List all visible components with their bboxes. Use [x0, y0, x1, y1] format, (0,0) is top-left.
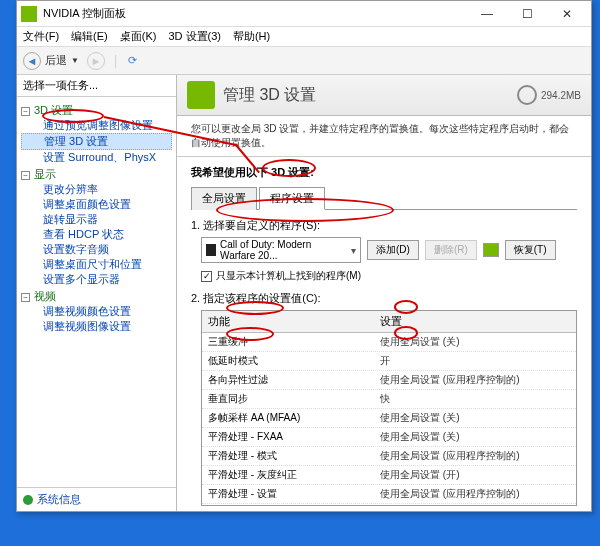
page-description: 您可以更改全局 3D 设置，并建立特定程序的置换值。每次这些特定程序启动时，都会… — [177, 116, 591, 157]
maximize-button[interactable]: ☐ — [507, 2, 547, 26]
program-select[interactable]: Call of Duty: Modern Warfare 20... ▾ — [201, 237, 361, 263]
back-button[interactable]: ◄ 后退 ▼ — [23, 52, 79, 70]
forward-button: ► — [87, 52, 105, 70]
setting-cell: 使用全局设置 (应用程序控制的) — [374, 447, 576, 465]
tree-item-audio[interactable]: 设置数字音频 — [21, 242, 172, 257]
table-row[interactable]: 多帧采样 AA (MFAA)使用全局设置 (关) — [202, 409, 576, 428]
col-feature: 功能 — [202, 311, 374, 332]
feature-cell: 垂直同步 — [202, 390, 374, 408]
table-row[interactable]: 平滑处理 - 灰度纠正使用全局设置 (开) — [202, 466, 576, 485]
menu-edit[interactable]: 编辑(E) — [71, 29, 108, 44]
feature-cell: 平滑处理 - 灰度纠正 — [202, 466, 374, 484]
refresh-icon[interactable]: ⟳ — [128, 54, 137, 67]
add-button[interactable]: 添加(D) — [367, 240, 419, 260]
tree-item-image-preview[interactable]: 通过预览调整图像设置 — [21, 118, 172, 133]
table-row[interactable]: 垂直同步快 — [202, 390, 576, 409]
tree-item-resolution[interactable]: 更改分辨率 — [21, 182, 172, 197]
setting-cell: 快 — [374, 390, 576, 408]
feature-cell: 平滑处理 - 透明度 — [202, 504, 374, 506]
titlebar[interactable]: NVIDIA 控制面板 — ☐ ✕ — [17, 1, 591, 27]
status-dot-icon — [23, 495, 33, 505]
setting-cell: 使用全局设置 (应用程序控制的) — [374, 371, 576, 389]
setting-cell: 使用全局设置 (应用程序控制的) — [374, 485, 576, 503]
section-label: 我希望使用以下 3D 设置: — [191, 165, 577, 180]
close-button[interactable]: ✕ — [547, 2, 587, 26]
sidebar: 选择一项任务... −3D 设置 通过预览调整图像设置 管理 3D 设置 设置 … — [17, 75, 177, 511]
tree-group-display[interactable]: −显示 — [21, 167, 172, 182]
feature-cell: 低延时模式 — [202, 352, 374, 370]
tree-group-3d[interactable]: −3D 设置 — [21, 103, 172, 118]
feature-cell: 平滑处理 - 设置 — [202, 485, 374, 503]
restore-button[interactable]: 恢复(T) — [505, 240, 556, 260]
chevron-down-icon: ▾ — [351, 245, 356, 256]
system-info-link[interactable]: 系统信息 — [17, 487, 176, 511]
toolbar: ◄ 后退 ▼ ► │ ⟳ — [17, 47, 591, 75]
gauge-value: 294.2MB — [541, 90, 581, 101]
settings-table-header: 功能 设置 — [202, 311, 576, 333]
tab-global[interactable]: 全局设置 — [191, 187, 257, 210]
menu-file[interactable]: 文件(F) — [23, 29, 59, 44]
feature-cell: 各向异性过滤 — [202, 371, 374, 389]
tree-item-rotate[interactable]: 旋转显示器 — [21, 212, 172, 227]
remove-button: 删除(R) — [425, 240, 477, 260]
col-setting: 设置 — [374, 311, 576, 332]
tree-item-desktop-color[interactable]: 调整桌面颜色设置 — [21, 197, 172, 212]
tree-item-multi[interactable]: 设置多个显示器 — [21, 272, 172, 287]
nvidia-icon — [21, 6, 37, 22]
table-row[interactable]: 平滑处理 - 透明度使用全局设置 (关) — [202, 504, 576, 506]
minimize-button[interactable]: — — [467, 2, 507, 26]
tree-item-video-image[interactable]: 调整视频图像设置 — [21, 319, 172, 334]
only-installed-checkbox[interactable]: ✓ — [201, 271, 212, 282]
menu-3d-settings[interactable]: 3D 设置(3) — [168, 29, 221, 44]
settings-table-body[interactable]: 三重缓冲使用全局设置 (关)低延时模式开各向异性过滤使用全局设置 (应用程序控制… — [202, 333, 576, 506]
table-row[interactable]: 平滑处理 - FXAA使用全局设置 (关) — [202, 428, 576, 447]
setting-cell: 使用全局设置 (关) — [374, 428, 576, 446]
task-header: 选择一项任务... — [17, 75, 176, 97]
tree-item-physx[interactable]: 设置 Surround、PhysX — [21, 150, 172, 165]
table-row[interactable]: 平滑处理 - 设置使用全局设置 (应用程序控制的) — [202, 485, 576, 504]
tree-item-hdcp[interactable]: 查看 HDCP 状态 — [21, 227, 172, 242]
gauge-icon — [517, 85, 537, 105]
back-dropdown-icon: ▼ — [71, 56, 79, 65]
setting-cell: 使用全局设置 (关) — [374, 333, 576, 351]
settings-tabs: 全局设置 程序设置 — [191, 186, 577, 210]
tree-group-video[interactable]: −视频 — [21, 289, 172, 304]
feature-cell: 三重缓冲 — [202, 333, 374, 351]
setting-cell: 开 — [374, 352, 576, 370]
back-label: 后退 — [45, 53, 67, 68]
back-arrow-icon: ◄ — [23, 52, 41, 70]
table-row[interactable]: 平滑处理 - 模式使用全局设置 (应用程序控制的) — [202, 447, 576, 466]
tab-program[interactable]: 程序设置 — [259, 187, 325, 210]
menu-desktop[interactable]: 桌面(K) — [120, 29, 157, 44]
setting-cell: 使用全局设置 (关) — [374, 504, 576, 506]
tree-item-video-color[interactable]: 调整视频颜色设置 — [21, 304, 172, 319]
content-area: 我希望使用以下 3D 设置: 全局设置 程序设置 1. 选择要自定义的程序(S)… — [177, 157, 591, 511]
setting-cell: 使用全局设置 (关) — [374, 409, 576, 427]
tree-item-size[interactable]: 调整桌面尺寸和位置 — [21, 257, 172, 272]
nvidia-chip-icon — [483, 243, 499, 257]
window-title: NVIDIA 控制面板 — [43, 6, 467, 21]
settings-table: 功能 设置 三重缓冲使用全局设置 (关)低延时模式开各向异性过滤使用全局设置 (… — [201, 310, 577, 506]
page-title: 管理 3D 设置 — [223, 85, 509, 106]
only-installed-label: 只显示本计算机上找到的程序(M) — [216, 269, 361, 283]
setting-cell: 使用全局设置 (开) — [374, 466, 576, 484]
main-panel: 管理 3D 设置 294.2MB 您可以更改全局 3D 设置，并建立特定程序的置… — [177, 75, 591, 511]
memory-gauge[interactable]: 294.2MB — [517, 85, 581, 105]
nvidia-control-panel-window: NVIDIA 控制面板 — ☐ ✕ 文件(F) 编辑(E) 桌面(K) 3D 设… — [16, 0, 592, 512]
feature-cell: 平滑处理 - 模式 — [202, 447, 374, 465]
program-name: Call of Duty: Modern Warfare 20... — [220, 239, 347, 261]
feature-cell: 平滑处理 - FXAA — [202, 428, 374, 446]
program-icon — [206, 244, 216, 256]
feature-cell: 多帧采样 AA (MFAA) — [202, 409, 374, 427]
main-header: 管理 3D 设置 294.2MB — [177, 75, 591, 116]
nav-tree: −3D 设置 通过预览调整图像设置 管理 3D 设置 设置 Surround、P… — [17, 97, 176, 487]
table-row[interactable]: 低延时模式开 — [202, 352, 576, 371]
menu-help[interactable]: 帮助(H) — [233, 29, 270, 44]
nvidia-header-icon — [187, 81, 215, 109]
table-row[interactable]: 三重缓冲使用全局设置 (关) — [202, 333, 576, 352]
step-1-label: 1. 选择要自定义的程序(S): — [191, 218, 577, 233]
tree-item-manage-3d[interactable]: 管理 3D 设置 — [21, 133, 172, 150]
step-2-label: 2. 指定该程序的设置值(C): — [191, 291, 577, 306]
menubar: 文件(F) 编辑(E) 桌面(K) 3D 设置(3) 帮助(H) — [17, 27, 591, 47]
table-row[interactable]: 各向异性过滤使用全局设置 (应用程序控制的) — [202, 371, 576, 390]
